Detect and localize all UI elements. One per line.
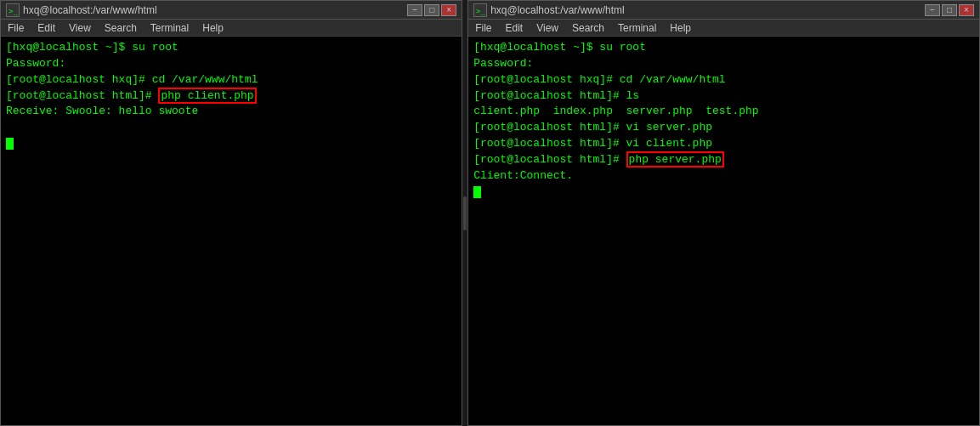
right-terminal-icon: >_	[473, 3, 487, 17]
left-line-4: [root@localhost html]# php client.php	[6, 88, 456, 105]
right-menubar: File Edit View Search Terminal Help	[468, 20, 979, 37]
right-line-3: [root@localhost hxq]# cd /var/www/html	[473, 72, 974, 88]
left-maximize-button[interactable]: □	[424, 4, 439, 16]
divider-handle	[463, 196, 467, 230]
left-menu-search[interactable]: Search	[101, 21, 140, 35]
right-menu-search[interactable]: Search	[569, 21, 608, 35]
left-line-2: Password:	[6, 56, 456, 72]
right-line-6: [root@localhost html]# vi server.php	[473, 120, 974, 136]
right-line-8: [root@localhost html]# php server.php	[473, 152, 974, 168]
right-terminal[interactable]: >_ hxq@localhost:/var/www/html − □ × Fil…	[467, 0, 980, 426]
right-line-1: [hxq@localhost ~]$ su root	[473, 40, 974, 56]
left-line-3: [root@localhost hxq]# cd /var/www/html	[6, 72, 456, 88]
right-cursor	[473, 186, 481, 198]
left-line-5: Receive: Swoole: hello swoote	[6, 104, 456, 120]
right-titlebar-title: hxq@localhost:/var/www/html	[490, 4, 625, 16]
right-menu-file[interactable]: File	[472, 21, 495, 35]
right-cursor-line	[473, 185, 974, 201]
right-titlebar-left: >_ hxq@localhost:/var/www/html	[473, 3, 625, 17]
left-terminal-icon: >_	[6, 3, 20, 17]
right-titlebar-controls[interactable]: − □ ×	[925, 4, 974, 16]
right-line-5: client.php index.php server.php test.php	[473, 104, 974, 120]
right-line-9: Client:Connect.	[473, 168, 974, 185]
right-line-7: [root@localhost html]# vi client.php	[473, 136, 974, 152]
left-titlebar-title: hxq@localhost:/var/www/html	[23, 4, 157, 16]
right-terminal-body[interactable]: [hxq@localhost ~]$ su root Password: [ro…	[468, 37, 979, 425]
right-line-4: [root@localhost html]# ls	[473, 88, 974, 105]
left-menu-view[interactable]: View	[65, 21, 94, 35]
left-titlebar: >_ hxq@localhost:/var/www/html − □ ×	[1, 1, 462, 20]
left-terminal-body[interactable]: [hxq@localhost ~]$ su root Password: [ro…	[1, 37, 462, 425]
left-cursor	[6, 138, 14, 150]
left-menu-edit[interactable]: Edit	[34, 21, 59, 35]
left-titlebar-controls[interactable]: − □ ×	[407, 4, 456, 16]
right-minimize-button[interactable]: −	[925, 4, 940, 16]
right-menu-view[interactable]: View	[533, 21, 562, 35]
left-cursor-line	[6, 136, 456, 152]
left-line-1: [hxq@localhost ~]$ su root	[6, 40, 456, 56]
left-menu-file[interactable]: File	[4, 21, 27, 35]
right-highlighted-command: php server.php	[626, 151, 724, 168]
right-menu-terminal[interactable]: Terminal	[615, 21, 660, 35]
right-menu-help[interactable]: Help	[666, 21, 694, 35]
left-line-6	[6, 120, 456, 136]
left-minimize-button[interactable]: −	[407, 4, 422, 16]
left-menubar: File Edit View Search Terminal Help	[1, 20, 462, 37]
svg-text:>_: >_	[476, 7, 485, 15]
svg-text:>_: >_	[8, 7, 18, 15]
left-close-button[interactable]: ×	[441, 4, 456, 16]
right-line-2: Password:	[473, 56, 974, 72]
left-menu-terminal[interactable]: Terminal	[147, 21, 192, 35]
right-titlebar: >_ hxq@localhost:/var/www/html − □ ×	[468, 1, 979, 20]
left-highlighted-command: php client.php	[158, 88, 256, 104]
right-maximize-button[interactable]: □	[942, 4, 957, 16]
right-close-button[interactable]: ×	[959, 4, 974, 16]
left-menu-help[interactable]: Help	[199, 21, 227, 35]
right-menu-edit[interactable]: Edit	[501, 21, 526, 35]
left-titlebar-left: >_ hxq@localhost:/var/www/html	[6, 3, 157, 17]
left-terminal[interactable]: >_ hxq@localhost:/var/www/html − □ × Fil…	[0, 0, 462, 426]
